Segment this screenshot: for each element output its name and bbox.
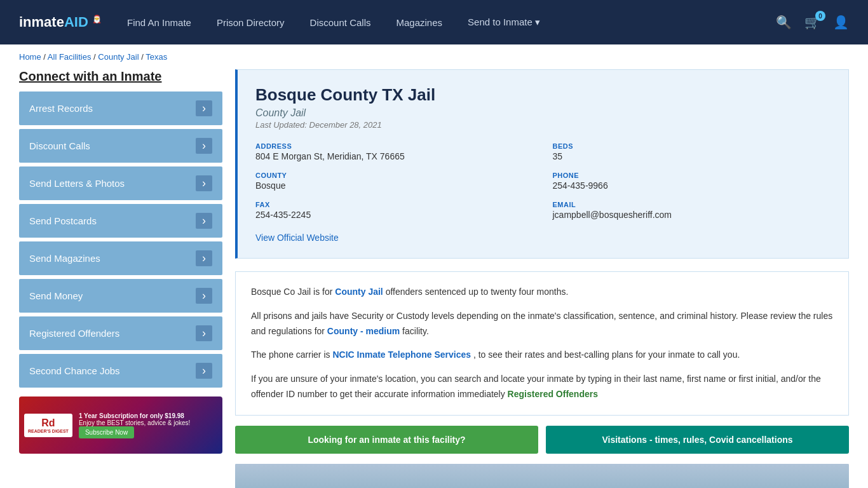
ad-headline: 1 Year Subscription for only $19.98	[79, 412, 217, 419]
desc-para1: Bosque Co Jail is for County Jail offend…	[251, 285, 833, 300]
sidebar-item-label: Second Chance Jobs	[29, 365, 120, 376]
county-label: COUNTY	[255, 172, 534, 179]
sidebar-item-send-money[interactable]: Send Money ›	[19, 279, 222, 313]
sidebar-item-label: Arrest Records	[29, 103, 93, 114]
sidebar-item-label: Discount Calls	[29, 140, 90, 151]
sidebar-item-send-letters[interactable]: Send Letters & Photos ›	[19, 166, 222, 200]
looking-for-inmate-button[interactable]: Looking for an inmate at this facility?	[235, 426, 538, 454]
sidebar-item-registered-offenders[interactable]: Registered Offenders ›	[19, 316, 222, 350]
breadcrumb: Home / All Facilities / County Jail / Te…	[0, 44, 868, 69]
facility-type: County Jail	[255, 107, 831, 119]
beds-block: BEDS 35	[553, 142, 831, 161]
visitations-button[interactable]: Visitations - times, rules, Covid cancel…	[546, 426, 849, 454]
desc-para3: The phone carrier is NCIC Inmate Telepho…	[251, 348, 833, 363]
facility-description: Bosque Co Jail is for County Jail offend…	[235, 271, 849, 416]
desc-para2: All prisons and jails have Security or C…	[251, 309, 833, 339]
registered-offenders-link[interactable]: Registered Offenders	[508, 389, 598, 399]
logo-hat: 🎅	[92, 15, 102, 24]
nav-discount-calls[interactable]: Discount Calls	[310, 17, 371, 28]
main-content: Bosque County TX Jail County Jail Last U…	[235, 69, 849, 488]
ad-subscribe-button[interactable]: Subscribe Now	[79, 426, 134, 438]
ad-content: Rd READER'S DIGEST 1 Year Subscription f…	[19, 407, 222, 444]
address-block: ADDRESS 804 E Morgan St, Meridian, TX 76…	[255, 142, 534, 161]
header-icons: 🔍 🛒 0 👤	[776, 15, 849, 30]
sidebar-title: Connect with an Inmate	[19, 69, 222, 84]
cart-badge: 0	[815, 11, 825, 21]
sidebar-item-label: Registered Offenders	[29, 328, 119, 339]
main-layout: Connect with an Inmate Arrest Records › …	[0, 69, 868, 488]
ad-rd-icon: Rd	[28, 417, 69, 429]
main-nav: Find An Inmate Prison Directory Discount…	[127, 17, 750, 28]
site-logo[interactable]: inmateAID 🎅	[19, 14, 102, 30]
nav-find-inmate[interactable]: Find An Inmate	[127, 17, 191, 28]
sidebar-item-arrest-records[interactable]: Arrest Records ›	[19, 92, 222, 125]
facility-card: Bosque County TX Jail County Jail Last U…	[235, 69, 849, 259]
sidebar-item-label: Send Magazines	[29, 253, 100, 264]
search-icon[interactable]: 🔍	[776, 15, 792, 30]
ad-text-block: 1 Year Subscription for only $19.98 Enjo…	[79, 412, 217, 438]
county-jail-link[interactable]: County Jail	[335, 287, 383, 297]
chevron-right-icon: ›	[196, 363, 212, 379]
breadcrumb-county-jail[interactable]: County Jail	[98, 52, 139, 62]
sidebar-item-send-postcards[interactable]: Send Postcards ›	[19, 204, 222, 238]
site-header: inmateAID 🎅 Find An Inmate Prison Direct…	[0, 0, 868, 44]
address-label: ADDRESS	[255, 142, 534, 150]
desc-para4: If you are unsure of your inmate's locat…	[251, 372, 833, 402]
sidebar-item-second-chance-jobs[interactable]: Second Chance Jobs ›	[19, 354, 222, 388]
fax-block: FAX 254-435-2245	[255, 201, 534, 220]
facility-image	[235, 464, 849, 488]
chevron-right-icon: ›	[196, 213, 212, 229]
ad-logo: Rd READER'S DIGEST	[24, 414, 72, 437]
county-block: COUNTY Bosque	[255, 172, 534, 191]
sidebar-item-discount-calls[interactable]: Discount Calls ›	[19, 129, 222, 163]
ad-brand: READER'S DIGEST	[28, 429, 69, 433]
facility-details: ADDRESS 804 E Morgan St, Meridian, TX 76…	[255, 142, 831, 220]
chevron-right-icon: ›	[196, 175, 212, 191]
fax-label: FAX	[255, 201, 534, 208]
logo-aid: AID	[64, 14, 88, 30]
sidebar-item-label: Send Money	[29, 290, 83, 301]
chevron-right-icon: ›	[196, 288, 212, 304]
chevron-right-icon: ›	[196, 100, 212, 116]
chevron-right-icon: ›	[196, 325, 212, 341]
sidebar-item-send-magazines[interactable]: Send Magazines ›	[19, 241, 222, 275]
email-label: EMAIL	[553, 201, 831, 208]
nav-send-to-inmate[interactable]: Send to Inmate ▾	[468, 17, 540, 28]
nav-prison-directory[interactable]: Prison Directory	[217, 17, 285, 28]
logo-inmate: inmate	[19, 14, 64, 30]
ad-banner[interactable]: Rd READER'S DIGEST 1 Year Subscription f…	[19, 396, 222, 454]
facility-updated: Last Updated: December 28, 2021	[255, 120, 831, 130]
cta-buttons: Looking for an inmate at this facility? …	[235, 426, 849, 454]
beds-value: 35	[553, 151, 831, 161]
breadcrumb-home[interactable]: Home	[19, 52, 41, 62]
phone-label: PHONE	[553, 172, 831, 179]
email-value: jcampbell@bosquesheriff.com	[553, 210, 831, 220]
breadcrumb-all-facilities[interactable]: All Facilities	[48, 52, 92, 62]
county-medium-link[interactable]: County - medium	[327, 326, 400, 336]
county-value: Bosque	[255, 180, 534, 191]
email-block: EMAIL jcampbell@bosquesheriff.com	[553, 201, 831, 220]
facility-name: Bosque County TX Jail	[255, 85, 831, 105]
official-website-link[interactable]: View Official Website	[255, 233, 339, 243]
fax-value: 254-435-2245	[255, 210, 534, 220]
ncic-link[interactable]: NCIC Inmate Telephone Services	[332, 349, 471, 360]
sidebar-item-label: Send Postcards	[29, 215, 97, 226]
phone-value: 254-435-9966	[553, 180, 831, 191]
beds-label: BEDS	[553, 142, 831, 150]
sidebar-ad: Rd READER'S DIGEST 1 Year Subscription f…	[19, 396, 222, 454]
cart-icon[interactable]: 🛒 0	[804, 15, 820, 30]
sidebar-item-label: Send Letters & Photos	[29, 178, 125, 189]
phone-block: PHONE 254-435-9966	[553, 172, 831, 191]
user-icon[interactable]: 👤	[833, 15, 849, 30]
address-value: 804 E Morgan St, Meridian, TX 76665	[255, 151, 534, 161]
chevron-right-icon: ›	[196, 138, 212, 154]
fence-svg	[235, 483, 849, 488]
logo-text: inmateAID 🎅	[19, 14, 102, 30]
sidebar: Connect with an Inmate Arrest Records › …	[19, 69, 222, 488]
ad-subtext: Enjoy the BEST stories, advice & jokes!	[79, 419, 217, 426]
nav-magazines[interactable]: Magazines	[396, 17, 442, 28]
chevron-right-icon: ›	[196, 250, 212, 266]
breadcrumb-texas[interactable]: Texas	[146, 52, 167, 62]
